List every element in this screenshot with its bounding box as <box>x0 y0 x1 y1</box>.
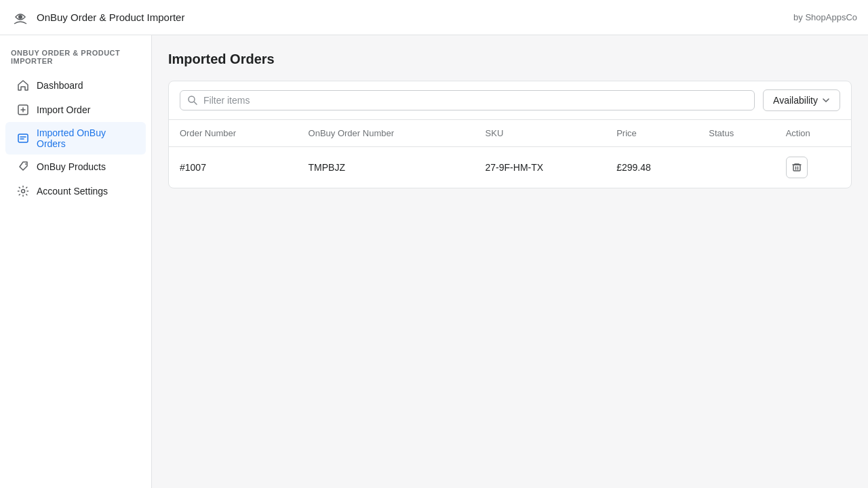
col-price: Price <box>606 120 698 147</box>
col-status: Status <box>698 120 774 147</box>
table-card: Availability Order Number OnBuy Order Nu… <box>168 81 852 188</box>
svg-rect-6 <box>793 165 800 171</box>
sidebar-item-label: Import Order <box>37 104 90 115</box>
col-onbuy-order-number: OnBuy Order Number <box>298 120 475 147</box>
svg-point-0 <box>18 15 22 19</box>
sidebar-item-onbuy-products[interactable]: OnBuy Products <box>5 155 146 179</box>
sidebar-item-label: OnBuy Products <box>37 161 106 172</box>
svg-rect-2 <box>18 134 28 142</box>
svg-point-3 <box>25 163 26 165</box>
home-icon <box>16 79 30 92</box>
tag-icon <box>16 160 30 174</box>
table-row: #1007 TMPBJZ 27-9F-HM-TX £299.48 <box>169 147 851 188</box>
import-icon <box>16 103 30 117</box>
search-input[interactable] <box>203 95 747 106</box>
availability-button[interactable]: Availability <box>763 89 840 111</box>
svg-point-4 <box>22 190 25 193</box>
sidebar-item-import-order[interactable]: Import Order <box>5 98 146 122</box>
page-title: Imported Orders <box>168 52 852 67</box>
app-title: OnBuy Order & Product Importer <box>37 12 184 23</box>
sidebar: ONBUY ORDER & PRODUCT IMPORTER Dashboard… <box>0 35 152 488</box>
search-wrapper[interactable] <box>180 90 755 110</box>
app-icon <box>11 8 30 27</box>
search-icon <box>187 95 198 106</box>
sidebar-item-label: Imported OnBuy Orders <box>37 127 135 149</box>
header-left: OnBuy Order & Product Importer <box>11 8 184 27</box>
sidebar-item-account-settings[interactable]: Account Settings <box>5 179 146 203</box>
table-header-row: Order Number OnBuy Order Number SKU Pric… <box>169 120 851 147</box>
cell-status <box>698 147 774 188</box>
sidebar-item-dashboard[interactable]: Dashboard <box>5 73 146 98</box>
sidebar-item-label: Account Settings <box>37 186 108 197</box>
app-credit: by ShopAppsCo <box>793 12 857 22</box>
table-toolbar: Availability <box>169 81 851 120</box>
sidebar-brand: ONBUY ORDER & PRODUCT IMPORTER <box>0 46 151 73</box>
trash-icon <box>791 162 802 173</box>
sidebar-item-label: Dashboard <box>37 80 83 91</box>
col-sku: SKU <box>475 120 606 147</box>
cell-order-number: #1007 <box>169 147 298 188</box>
col-order-number: Order Number <box>169 120 298 147</box>
top-header: OnBuy Order & Product Importer by ShopAp… <box>0 0 868 35</box>
cell-price: £299.48 <box>606 147 698 188</box>
sidebar-item-imported-onbuy-orders[interactable]: Imported OnBuy Orders <box>5 122 146 155</box>
svg-point-5 <box>189 96 195 102</box>
availability-label: Availability <box>773 95 818 106</box>
cell-onbuy-order-number: TMPBJZ <box>298 147 475 188</box>
cell-action <box>775 147 851 188</box>
col-action: Action <box>775 120 851 147</box>
gear-icon <box>16 184 30 198</box>
list-icon <box>16 131 30 145</box>
orders-table: Order Number OnBuy Order Number SKU Pric… <box>169 120 851 188</box>
chevron-down-icon <box>822 96 830 104</box>
main-content: Imported Orders Availability <box>152 35 868 488</box>
cell-sku: 27-9F-HM-TX <box>475 147 606 188</box>
delete-button[interactable] <box>786 157 808 178</box>
